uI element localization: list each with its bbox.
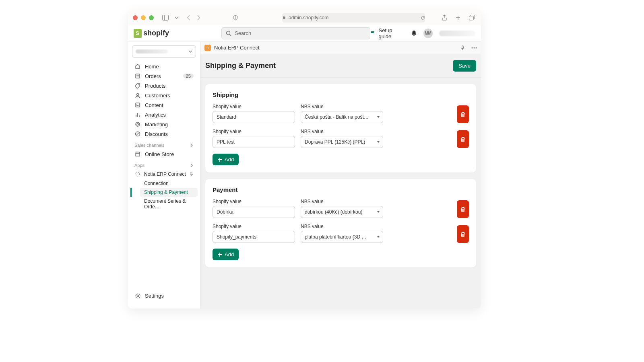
more-icon[interactable] xyxy=(471,47,477,49)
svg-point-19 xyxy=(476,47,477,48)
window-titlebar: admin.shopify.com xyxy=(128,10,481,25)
new-tab-icon[interactable] xyxy=(454,14,462,22)
minimize-window-button[interactable] xyxy=(141,15,146,20)
svg-point-12 xyxy=(136,122,140,126)
discounts-icon xyxy=(134,131,141,137)
chevron-down-icon[interactable] xyxy=(172,14,181,22)
sidebar-item-customers[interactable]: Customers xyxy=(130,90,198,100)
tabs-icon[interactable] xyxy=(467,14,476,22)
pin-icon[interactable] xyxy=(460,45,465,50)
pin-icon[interactable] xyxy=(189,172,194,177)
app-header: shopify Search Setup guide MM xyxy=(128,25,481,41)
titlebar-right xyxy=(440,14,476,22)
url-host: admin.shopify.com xyxy=(289,15,328,21)
address-bar[interactable]: admin.shopify.com xyxy=(282,13,425,23)
shipping-shopify-input[interactable] xyxy=(213,111,295,123)
avatar[interactable]: MM xyxy=(423,29,433,38)
payment-shopify-input[interactable] xyxy=(213,231,295,243)
page-header: Shipping & Payment Save xyxy=(200,54,481,78)
refresh-icon[interactable] xyxy=(421,16,425,20)
sidebar-item-online-store[interactable]: Online Store xyxy=(130,149,198,159)
chevron-down-icon xyxy=(188,49,192,53)
store-icon xyxy=(134,151,141,157)
store-selector[interactable] xyxy=(132,45,196,58)
close-window-button[interactable] xyxy=(133,15,138,20)
delete-row-button[interactable] xyxy=(457,130,469,148)
back-button[interactable] xyxy=(184,14,193,22)
svg-point-13 xyxy=(137,123,138,125)
share-icon[interactable] xyxy=(440,14,449,22)
home-icon xyxy=(134,63,141,70)
content-icon xyxy=(134,102,141,108)
products-icon xyxy=(134,82,141,89)
shipping-row: Shopify value NBS valueČeská pošta - Bal… xyxy=(213,104,469,123)
marketing-icon xyxy=(134,121,141,128)
store-name-redacted xyxy=(136,49,168,53)
svg-point-5 xyxy=(227,31,230,35)
app-bar-title: Notia ERP Connect xyxy=(214,45,260,51)
delete-row-button[interactable] xyxy=(457,105,469,123)
trash-icon xyxy=(460,206,466,212)
sidebar-item-products[interactable]: Products xyxy=(130,81,198,90)
shipping-shopify-input[interactable] xyxy=(213,136,295,148)
payment-row: Shopify value NBS valuedobírkou (40Kč) (… xyxy=(213,199,469,218)
sidebar-item-discounts[interactable]: Discounts xyxy=(130,129,198,139)
delete-row-button[interactable] xyxy=(457,200,469,218)
sidebar: Home Orders25 Products Customers Content… xyxy=(128,41,200,309)
shipping-nbs-select[interactable]: Česká pošta - Balík na poštu (96… xyxy=(301,111,383,123)
svg-point-11 xyxy=(136,104,137,105)
svg-rect-2 xyxy=(283,17,285,19)
plus-icon xyxy=(217,252,222,257)
page-title: Shipping & Payment xyxy=(205,62,276,70)
delete-row-button[interactable] xyxy=(457,225,469,243)
lock-icon xyxy=(282,16,286,20)
forward-button[interactable] xyxy=(194,14,203,22)
maximize-window-button[interactable] xyxy=(149,15,154,20)
shipping-row: Shopify value NBS valueDoprava PPL (125K… xyxy=(213,129,469,148)
payment-shopify-input[interactable] xyxy=(213,206,295,218)
orders-icon xyxy=(134,73,141,79)
customers-icon xyxy=(134,92,141,99)
shipping-nbs-select[interactable]: Doprava PPL (125Kč) (PPL) xyxy=(301,136,383,148)
sidebar-item-content[interactable]: Content xyxy=(130,100,198,110)
sidebar-toggle-icon[interactable] xyxy=(161,14,170,22)
svg-rect-4 xyxy=(469,16,473,20)
sidebar-item-marketing[interactable]: Marketing xyxy=(130,119,198,129)
search-input[interactable]: Search xyxy=(221,27,370,39)
sidebar-item-analytics[interactable]: Analytics xyxy=(130,110,198,119)
svg-line-6 xyxy=(230,34,231,36)
app-sub-document-series[interactable]: Document Series & Orde… xyxy=(140,197,198,211)
chevron-right-icon xyxy=(190,143,194,147)
setup-guide-link[interactable]: Setup guide xyxy=(370,27,405,39)
sales-channels-header[interactable]: Sales channels xyxy=(130,139,198,149)
sidebar-item-settings[interactable]: Settings xyxy=(130,289,198,304)
payment-nbs-select[interactable]: dobírkou (40Kč) (dobírkou) xyxy=(301,206,383,218)
svg-point-9 xyxy=(137,94,139,96)
sidebar-item-home[interactable]: Home xyxy=(130,62,198,71)
nav-arrows xyxy=(184,14,203,22)
app-sub-connection[interactable]: Connection xyxy=(140,179,198,188)
search-placeholder: Search xyxy=(235,30,251,36)
sidebar-item-orders[interactable]: Orders25 xyxy=(130,71,198,81)
apps-header[interactable]: Apps xyxy=(130,159,198,169)
notifications-icon[interactable] xyxy=(411,30,417,37)
svg-point-18 xyxy=(474,47,475,48)
payment-title: Payment xyxy=(213,186,469,193)
shipping-card: Shipping Shopify value NBS valueČeská po… xyxy=(205,84,476,173)
app-logo-icon: n xyxy=(204,45,211,51)
payment-row: Shopify value NBS valueplatba platební k… xyxy=(213,224,469,243)
payment-add-button[interactable]: Add xyxy=(213,249,239,260)
window-controls xyxy=(133,15,154,20)
main-content: n Notia ERP Connect Shipping & Payment S… xyxy=(200,41,481,309)
sidebar-app-notia[interactable]: Notia ERP Connect xyxy=(130,169,198,179)
payment-nbs-select[interactable]: platba platební kartou (3D Secure… xyxy=(301,231,383,243)
trash-icon xyxy=(460,231,466,237)
save-button[interactable]: Save xyxy=(453,60,476,72)
shipping-add-button[interactable]: Add xyxy=(213,154,239,165)
app-sub-shipping-payment[interactable]: Shipping & Payment xyxy=(140,188,198,197)
shopify-logo[interactable]: shopify xyxy=(134,29,169,38)
svg-point-16 xyxy=(137,295,139,297)
svg-rect-0 xyxy=(163,15,169,21)
shield-icon[interactable] xyxy=(231,14,240,22)
flag-icon xyxy=(370,31,376,36)
